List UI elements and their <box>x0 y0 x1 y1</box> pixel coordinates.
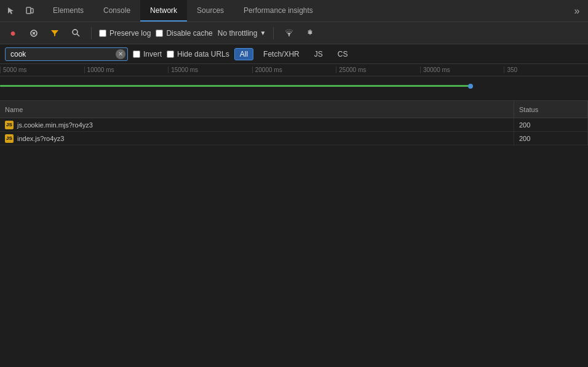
tabs-container: Elements Console Network Sources Perform… <box>43 0 323 22</box>
wifi-conditions-button[interactable] <box>281 25 297 41</box>
timeline-green-bar <box>0 85 471 87</box>
timeline-ruler: 5000 ms 10000 ms 15000 ms 20000 ms 25000… <box>0 64 588 76</box>
js-file-icon-0: JS <box>5 121 14 129</box>
more-tabs-button[interactable]: » <box>568 2 586 20</box>
disable-cache-checkbox-label[interactable]: Disable cache <box>156 29 212 38</box>
tab-bar-right: » <box>568 2 586 20</box>
search-clear-button[interactable]: ✕ <box>116 49 125 59</box>
th-status: Status <box>514 101 588 118</box>
td-status-0: 200 <box>514 118 588 131</box>
tab-sources[interactable]: Sources <box>187 0 234 22</box>
hide-data-urls-checkbox-label[interactable]: Hide data URLs <box>167 50 229 58</box>
invert-checkbox-label[interactable]: Invert <box>133 50 162 58</box>
device-toggle-button[interactable] <box>21 2 38 20</box>
td-name-0: JS js.cookie.min.mjs?ro4yz3 <box>0 118 514 131</box>
tab-bar-left-icons <box>2 2 43 20</box>
tab-console[interactable]: Console <box>93 0 140 22</box>
table-header: Name Status <box>0 101 588 118</box>
timeline-blue-dot <box>468 84 473 89</box>
toolbar-divider-2 <box>273 27 274 39</box>
svg-rect-1 <box>31 9 33 13</box>
ruler-mark-0: 5000 ms <box>0 67 84 73</box>
svg-line-6 <box>77 34 79 36</box>
timeline-bars <box>0 76 588 100</box>
throttle-dropdown[interactable]: No throttling ▼ <box>218 29 266 38</box>
ruler-mark-1: 10000 ms <box>84 67 169 73</box>
network-toolbar: ● Preserve log Disab <box>0 22 588 44</box>
svg-point-7 <box>288 35 290 36</box>
svg-rect-0 <box>26 7 31 14</box>
table-row[interactable]: JS index.js?ro4yz3 200 <box>0 132 588 145</box>
network-table: Name Status JS js.cookie.min.mjs?ro4yz3 … <box>0 101 588 367</box>
timeline[interactable]: 5000 ms 10000 ms 15000 ms 20000 ms 25000… <box>0 64 588 101</box>
th-name: Name <box>0 101 514 118</box>
filter-toggle-button[interactable] <box>47 25 63 41</box>
filter-all-button[interactable]: All <box>234 48 253 60</box>
clear-button[interactable] <box>26 25 42 41</box>
disable-cache-checkbox[interactable] <box>156 30 163 37</box>
ruler-mark-6: 350 <box>504 67 588 73</box>
td-name-1: JS index.js?ro4yz3 <box>0 132 514 145</box>
throttle-chevron-icon: ▼ <box>260 30 266 36</box>
table-row[interactable]: JS js.cookie.min.mjs?ro4yz3 200 <box>0 118 588 132</box>
filter-css-button[interactable]: CS <box>333 49 353 60</box>
filter-bar: ✕ Invert Hide data URLs All Fetch/XHR JS… <box>0 44 588 64</box>
ruler-mark-2: 15000 ms <box>168 67 252 73</box>
tab-bar: Elements Console Network Sources Perform… <box>0 0 588 22</box>
tab-elements[interactable]: Elements <box>43 0 93 22</box>
svg-point-5 <box>73 30 77 34</box>
cursor-tool-button[interactable] <box>2 2 20 20</box>
main-content: ● Preserve log Disab <box>0 22 588 367</box>
ruler-mark-4: 25000 ms <box>336 67 420 73</box>
td-status-1: 200 <box>514 132 588 145</box>
filter-js-button[interactable]: JS <box>309 49 328 60</box>
hide-data-urls-checkbox[interactable] <box>167 50 174 58</box>
filter-fetch-xhr-button[interactable]: Fetch/XHR <box>258 49 304 60</box>
ruler-mark-3: 20000 ms <box>252 67 336 73</box>
preserve-log-checkbox[interactable] <box>99 30 106 37</box>
gear-button[interactable] <box>302 25 318 41</box>
invert-checkbox[interactable] <box>133 50 140 58</box>
search-box: ✕ <box>5 47 128 61</box>
js-file-icon-1: JS <box>5 134 14 143</box>
search-button[interactable] <box>68 25 84 41</box>
toolbar-divider-1 <box>91 27 92 39</box>
record-button[interactable]: ● <box>5 25 21 41</box>
ruler-mark-5: 30000 ms <box>420 67 504 73</box>
tab-network[interactable]: Network <box>140 0 187 22</box>
preserve-log-checkbox-label[interactable]: Preserve log <box>99 29 151 38</box>
tab-performance[interactable]: Performance insights <box>234 0 323 22</box>
search-input[interactable] <box>5 47 128 61</box>
